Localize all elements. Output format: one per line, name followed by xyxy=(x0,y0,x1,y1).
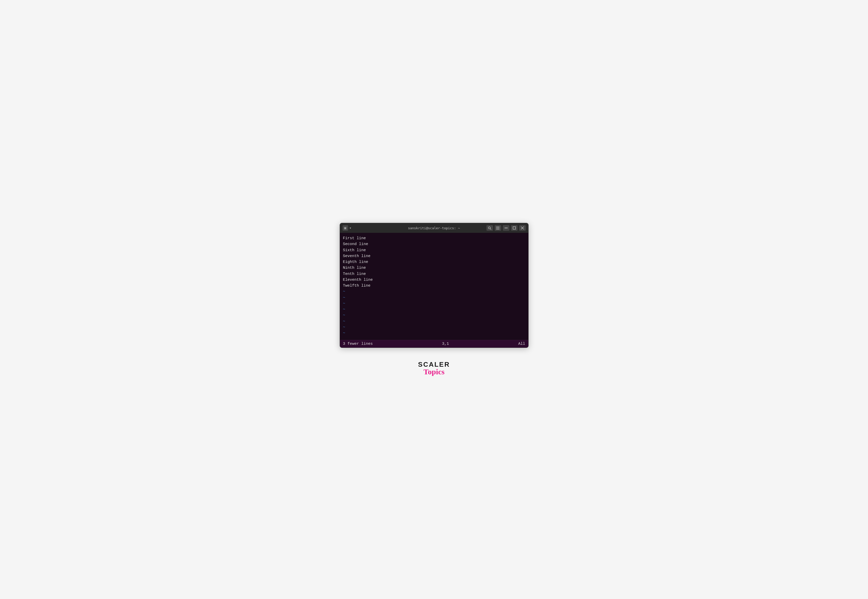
tilde-4: ~ xyxy=(343,307,525,312)
status-fewer-lines: 3 fewer lines xyxy=(343,342,373,346)
minimize-button[interactable] xyxy=(503,225,509,231)
scaler-logo: SCALER Topics xyxy=(418,361,450,376)
terminal-icon: ▣ xyxy=(343,225,348,231)
line-4: Seventh line xyxy=(343,253,525,259)
tilde-7: ~ xyxy=(343,324,525,330)
terminal-body: First line Second line Sixth line Sevent… xyxy=(340,233,528,340)
titlebar-chevron-icon: ▾ xyxy=(350,226,351,230)
menu-button[interactable] xyxy=(495,225,501,231)
terminal-window: ▣ ▾ sanskriti@scaler-topics: ~ xyxy=(340,223,528,348)
line-3: Sixth line xyxy=(343,247,525,253)
tilde-2: ~ xyxy=(343,295,525,301)
statusbar: 3 fewer lines 3,1 All xyxy=(340,340,528,348)
titlebar-controls xyxy=(486,225,526,231)
line-7: Tenth line xyxy=(343,271,525,277)
svg-line-1 xyxy=(490,229,491,229)
svg-rect-6 xyxy=(513,227,516,229)
topics-word: Topics xyxy=(423,367,444,376)
line-6: Ninth line xyxy=(343,265,525,271)
logo-container: SCALER Topics xyxy=(418,361,450,376)
titlebar-title: sanskriti@scaler-topics: ~ xyxy=(408,226,460,230)
tilde-1: ~ xyxy=(343,289,525,295)
tilde-3: ~ xyxy=(343,301,525,307)
maximize-button[interactable] xyxy=(511,225,518,231)
close-button[interactable] xyxy=(519,225,526,231)
tilde-6: ~ xyxy=(343,319,525,324)
titlebar: ▣ ▾ sanskriti@scaler-topics: ~ xyxy=(340,223,528,233)
line-9: Twelfth line xyxy=(343,283,525,289)
status-view: All xyxy=(518,342,525,346)
line-1: First line xyxy=(343,235,525,241)
status-cursor-position: 3,1 xyxy=(442,342,449,346)
search-button[interactable] xyxy=(486,225,493,231)
terminal-content: First line Second line Sixth line Sevent… xyxy=(343,235,525,336)
line-2: Second line xyxy=(343,241,525,247)
line-5: Eighth line xyxy=(343,259,525,265)
tilde-8: ~ xyxy=(343,330,525,336)
line-8: Eleventh line xyxy=(343,277,525,283)
tilde-5: ~ xyxy=(343,312,525,318)
titlebar-left: ▣ ▾ xyxy=(343,225,351,231)
